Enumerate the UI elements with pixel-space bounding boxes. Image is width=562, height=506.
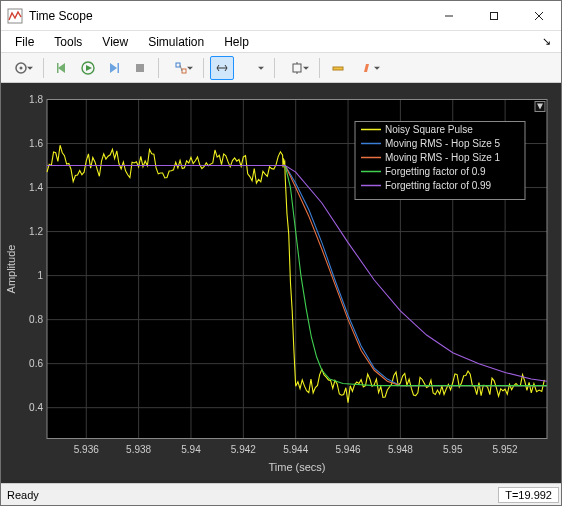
svg-text:5.946: 5.946 bbox=[336, 444, 361, 455]
svg-text:5.944: 5.944 bbox=[283, 444, 308, 455]
step-back-button[interactable] bbox=[50, 56, 74, 80]
plot-area[interactable]: 5.9365.9385.945.9425.9445.9465.9485.955.… bbox=[1, 83, 561, 483]
time-scope-plot: 5.9365.9385.945.9425.9445.9465.9485.955.… bbox=[1, 83, 561, 483]
svg-text:5.94: 5.94 bbox=[181, 444, 201, 455]
measurements-button[interactable] bbox=[326, 56, 350, 80]
svg-marker-7 bbox=[58, 63, 65, 73]
svg-text:5.936: 5.936 bbox=[74, 444, 99, 455]
menu-help[interactable]: Help bbox=[214, 33, 259, 51]
svg-text:Forgetting factor of 0.9: Forgetting factor of 0.9 bbox=[385, 166, 486, 177]
svg-text:5.952: 5.952 bbox=[493, 444, 518, 455]
svg-text:0.6: 0.6 bbox=[29, 358, 43, 369]
svg-text:Noisy Square Pulse: Noisy Square Pulse bbox=[385, 124, 473, 135]
svg-marker-10 bbox=[86, 65, 92, 71]
status-time: T=19.992 bbox=[498, 487, 559, 503]
svg-text:5.938: 5.938 bbox=[126, 444, 151, 455]
svg-text:1.8: 1.8 bbox=[29, 94, 43, 105]
dock-icon[interactable]: ↘ bbox=[536, 35, 557, 48]
signal-select-button[interactable] bbox=[165, 56, 197, 80]
svg-rect-21 bbox=[333, 67, 343, 70]
svg-rect-8 bbox=[57, 63, 59, 73]
run-button[interactable] bbox=[76, 56, 100, 80]
svg-text:1.4: 1.4 bbox=[29, 182, 43, 193]
svg-text:5.95: 5.95 bbox=[443, 444, 463, 455]
svg-rect-12 bbox=[118, 63, 120, 73]
status-bar: Ready T=19.992 bbox=[1, 483, 561, 505]
svg-marker-22 bbox=[364, 64, 369, 72]
svg-rect-2 bbox=[490, 12, 497, 19]
step-forward-button[interactable] bbox=[102, 56, 126, 80]
svg-point-6 bbox=[20, 66, 23, 69]
zoom-x-button[interactable] bbox=[210, 56, 234, 80]
configure-button[interactable] bbox=[5, 56, 37, 80]
svg-rect-18 bbox=[293, 64, 301, 72]
svg-text:Forgetting factor of 0.99: Forgetting factor of 0.99 bbox=[385, 180, 492, 191]
close-button[interactable] bbox=[516, 1, 561, 30]
title-bar: Time Scope bbox=[1, 1, 561, 31]
autoscale-button[interactable] bbox=[281, 56, 313, 80]
maximize-button[interactable] bbox=[471, 1, 516, 30]
svg-rect-13 bbox=[136, 64, 144, 72]
toolbar bbox=[1, 53, 561, 83]
svg-marker-11 bbox=[110, 63, 117, 73]
svg-text:0.4: 0.4 bbox=[29, 402, 43, 413]
svg-text:Moving RMS - Hop Size 1: Moving RMS - Hop Size 1 bbox=[385, 152, 500, 163]
menu-tools[interactable]: Tools bbox=[44, 33, 92, 51]
status-text: Ready bbox=[7, 489, 498, 501]
zoom-menu-button[interactable] bbox=[236, 56, 268, 80]
minimize-button[interactable] bbox=[426, 1, 471, 30]
svg-text:1.2: 1.2 bbox=[29, 226, 43, 237]
svg-line-16 bbox=[180, 65, 182, 71]
window-title: Time Scope bbox=[29, 9, 426, 23]
app-icon bbox=[7, 8, 23, 24]
svg-rect-14 bbox=[176, 63, 180, 67]
svg-text:Amplitude: Amplitude bbox=[5, 245, 17, 294]
svg-text:1: 1 bbox=[37, 270, 43, 281]
window-buttons bbox=[426, 1, 561, 30]
svg-text:5.942: 5.942 bbox=[231, 444, 256, 455]
svg-text:Time (secs): Time (secs) bbox=[268, 461, 325, 473]
svg-text:5.948: 5.948 bbox=[388, 444, 413, 455]
menu-simulation[interactable]: Simulation bbox=[138, 33, 214, 51]
menu-file[interactable]: File bbox=[5, 33, 44, 51]
highlight-button[interactable] bbox=[352, 56, 384, 80]
svg-text:Moving RMS - Hop Size 5: Moving RMS - Hop Size 5 bbox=[385, 138, 500, 149]
svg-text:0.8: 0.8 bbox=[29, 314, 43, 325]
menu-bar: File Tools View Simulation Help ↘ bbox=[1, 31, 561, 53]
app-window: Time Scope File Tools View Simulation He… bbox=[0, 0, 562, 506]
svg-text:1.6: 1.6 bbox=[29, 138, 43, 149]
svg-rect-15 bbox=[182, 69, 186, 73]
menu-view[interactable]: View bbox=[92, 33, 138, 51]
stop-button[interactable] bbox=[128, 56, 152, 80]
